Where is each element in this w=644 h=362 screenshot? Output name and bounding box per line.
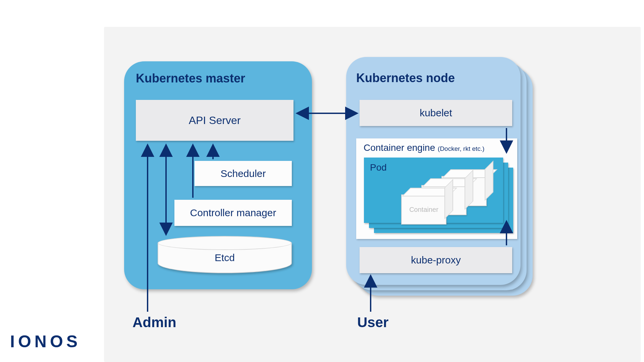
kubelet-box: kubelet — [360, 100, 512, 126]
engine-detail: (Docker, rkt etc.) — [438, 145, 484, 152]
master-title: Kubernetes master — [136, 71, 245, 85]
container-label: Container — [402, 206, 446, 214]
admin-label: Admin — [132, 314, 176, 330]
etcd-cylinder-top — [158, 236, 292, 250]
ionos-logo: IONOS — [10, 332, 81, 351]
controller-manager-box: Controller manager — [174, 200, 292, 226]
engine-label: Container engine — [364, 142, 435, 153]
user-label: User — [357, 314, 388, 330]
kube-proxy-box: kube-proxy — [360, 247, 512, 273]
scheduler-box: Scheduler — [195, 161, 292, 186]
container-cube-1: Container — [401, 194, 446, 225]
node-title: Kubernetes node — [356, 71, 455, 85]
api-server-box: API Server — [136, 100, 293, 141]
pod-label: Pod — [370, 162, 387, 173]
container-engine-title: Container engine (Docker, rkt etc.) — [364, 142, 484, 153]
